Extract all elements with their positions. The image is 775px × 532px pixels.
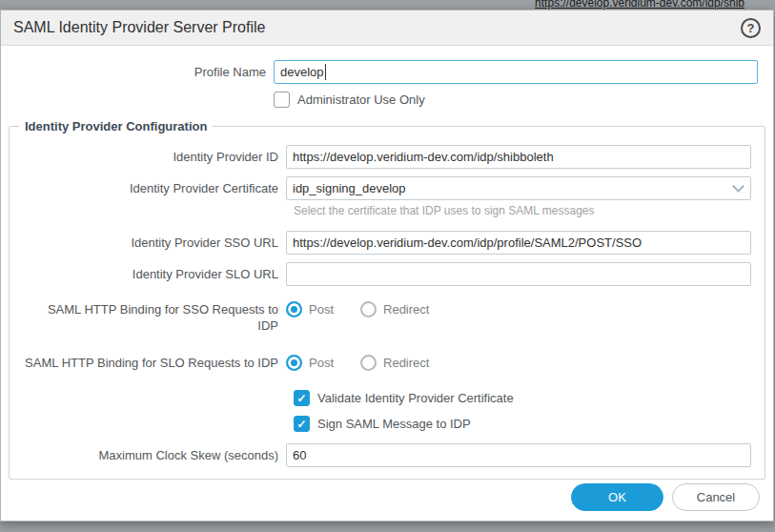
clock-skew-input[interactable] xyxy=(286,443,751,467)
validate-cert-checkbox[interactable] xyxy=(294,390,310,406)
slo-binding-redirect-label: Redirect xyxy=(383,356,429,370)
chevron-down-icon xyxy=(732,180,744,193)
dialog-header: SAML Identity Provider Server Profile ? xyxy=(1,10,773,46)
clock-skew-row: Maximum Clock Skew (seconds) xyxy=(10,443,751,467)
idp-configuration-section: Identity Provider Configuration Identity… xyxy=(9,119,765,480)
sign-saml-label: Sign SAML Message to IDP xyxy=(317,417,471,431)
slo-binding-row: SAML HTTP Binding for SLO Requests to ID… xyxy=(10,351,751,375)
slo-binding-redirect-radio[interactable]: Redirect xyxy=(360,355,429,371)
sso-url-input[interactable] xyxy=(286,231,751,255)
profile-name-row: Profile Name xyxy=(1,60,773,84)
ok-button[interactable]: OK xyxy=(571,483,663,511)
idp-certificate-value: idp_signing_develop xyxy=(293,181,734,195)
cancel-button[interactable]: Cancel xyxy=(672,483,760,511)
radio-selected-icon xyxy=(286,355,302,371)
idp-certificate-label: Identity Provider Certificate xyxy=(10,176,286,200)
validate-cert-label: Validate Identity Provider Certificate xyxy=(317,391,514,405)
background-link[interactable]: https://develop.veridium-dev.com/idp/shi… xyxy=(535,0,744,10)
validate-cert-row: Validate Identity Provider Certificate xyxy=(294,390,751,406)
text-caret xyxy=(325,64,326,80)
sso-binding-post-label: Post xyxy=(309,302,334,317)
admin-use-only-checkbox[interactable] xyxy=(274,92,290,108)
profile-name-input[interactable] xyxy=(274,60,758,84)
dialog-title: SAML Identity Provider Server Profile xyxy=(13,19,741,36)
radio-selected-icon xyxy=(286,301,302,317)
idp-certificate-hint: Select the certificate that IDP uses to … xyxy=(294,204,751,217)
slo-binding-post-label: Post xyxy=(309,356,334,370)
sign-saml-checkbox[interactable] xyxy=(294,416,310,432)
idp-id-label: Identity Provider ID xyxy=(10,145,286,169)
sso-binding-post-radio[interactable]: Post xyxy=(286,301,334,317)
admin-use-only-label: Administrator Use Only xyxy=(297,92,425,107)
admin-use-only-row: Administrator Use Only xyxy=(1,92,773,108)
sso-binding-redirect-label: Redirect xyxy=(383,302,429,317)
dialog-footer: OK Cancel xyxy=(571,483,760,511)
idp-id-row: Identity Provider ID xyxy=(10,145,751,169)
sso-url-row: Identity Provider SSO URL xyxy=(10,231,751,255)
radio-unselected-icon xyxy=(360,355,377,371)
sso-binding-redirect-radio[interactable]: Redirect xyxy=(360,301,429,317)
sso-url-label: Identity Provider SSO URL xyxy=(10,231,286,255)
saml-idp-profile-dialog: SAML Identity Provider Server Profile ? … xyxy=(0,10,774,522)
sso-binding-radio-group: Post Redirect xyxy=(286,297,751,317)
sso-binding-label: SAML HTTP Binding for SSO Requests to ID… xyxy=(38,297,278,334)
profile-name-label: Profile Name xyxy=(1,60,274,84)
page-background: { "page": { "background_link_text": "htt… xyxy=(0,0,775,532)
idp-id-input[interactable] xyxy=(286,145,751,169)
dialog-body: Profile Name Administrator Use Only Iden… xyxy=(1,46,773,480)
idp-certificate-row: Identity Provider Certificate idp_signin… xyxy=(10,176,751,200)
slo-binding-label: SAML HTTP Binding for SLO Requests to ID… xyxy=(10,351,286,375)
slo-binding-radio-group: Post Redirect xyxy=(286,351,751,371)
clock-skew-label: Maximum Clock Skew (seconds) xyxy=(10,443,286,467)
slo-url-row: Identity Provider SLO URL xyxy=(10,262,751,286)
sign-saml-row: Sign SAML Message to IDP xyxy=(294,416,751,432)
idp-certificate-dropdown[interactable]: idp_signing_develop xyxy=(286,176,751,200)
slo-binding-post-radio[interactable]: Post xyxy=(286,355,334,371)
help-icon[interactable]: ? xyxy=(741,18,761,38)
idp-configuration-legend: Identity Provider Configuration xyxy=(19,119,213,133)
slo-url-label: Identity Provider SLO URL xyxy=(10,262,286,286)
sso-binding-row: SAML HTTP Binding for SSO Requests to ID… xyxy=(10,297,751,334)
radio-unselected-icon xyxy=(360,301,377,317)
slo-url-input[interactable] xyxy=(286,262,751,286)
